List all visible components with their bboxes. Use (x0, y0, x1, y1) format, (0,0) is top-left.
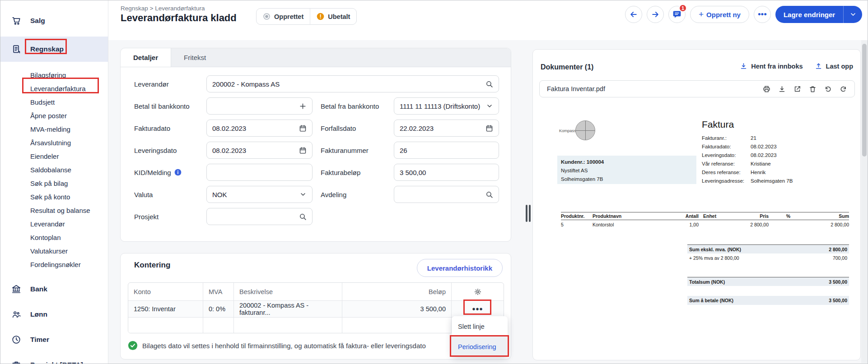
kontering-empty-row[interactable] (128, 318, 504, 333)
forward-button[interactable] (647, 6, 664, 23)
rotate-right-icon[interactable] (840, 85, 847, 93)
delete-icon[interactable] (809, 85, 817, 93)
print-icon[interactable] (763, 85, 770, 93)
download-icon[interactable] (778, 85, 786, 93)
sidebar-item-lonn[interactable]: Lønn (0, 302, 108, 327)
invoice-meta-row: Fakturadato:08.02.2023 (702, 142, 793, 151)
cell-beskrivelse[interactable]: 200002 - Kompass AS - fakturanr... (234, 301, 342, 317)
menu-item-slett-linje[interactable]: Slett linje (452, 316, 508, 336)
back-button[interactable] (625, 6, 642, 23)
more-options-button[interactable]: ••• (754, 6, 771, 23)
form-row: Leveringsdato08.02.2023Fakturanummer26 (134, 142, 497, 159)
kontering-title: Kontering (134, 261, 170, 270)
cell-belop[interactable]: 3 500,00 (342, 301, 452, 317)
empty-cell[interactable] (203, 318, 234, 333)
save-changes-button[interactable]: Lagre endringer (775, 6, 862, 23)
valuta-input[interactable]: NOK (206, 186, 313, 203)
sidebar-subitem-kontoplan[interactable]: Kontoplan (0, 230, 108, 244)
plus-icon: + (699, 9, 704, 19)
sidebar-subitem-eiendeler[interactable]: Eiendeler (0, 149, 108, 163)
sidebar-item-prosjekt[interactable]: Prosjekt [BETA] (0, 352, 108, 364)
invoice-meta-row: Fakturanr.:21 (702, 134, 793, 142)
document-file-row[interactable]: Faktura Inventar.pdf (539, 80, 855, 97)
open-external-icon[interactable] (793, 85, 801, 93)
sidebar-item-salg[interactable]: Salg (0, 11, 108, 30)
comments-button[interactable]: 1 (668, 6, 686, 23)
save-dropdown-toggle[interactable] (843, 6, 862, 23)
betal-fra-bankkonto-input[interactable]: 1111 11 11113 (Driftskonto) (394, 97, 499, 115)
panel-splitter-handle[interactable] (526, 205, 531, 222)
scrollbar-thumb[interactable] (862, 44, 867, 157)
empty-cell[interactable] (342, 318, 452, 333)
kid-melding-input[interactable] (206, 164, 313, 181)
cell-actions: ••• (452, 301, 504, 317)
gear-icon[interactable] (474, 288, 482, 296)
total-label: Sum å betale (NOK) (689, 298, 733, 303)
input-value: 08.02.2023 (212, 124, 299, 132)
prosjekt-input[interactable] (206, 208, 313, 225)
forfallsdato-input[interactable]: 22.02.2023 (394, 120, 499, 137)
field-label: Fakturanummer (321, 147, 394, 154)
fetch-from-inbox-link[interactable]: Hent fra innboks (740, 62, 803, 70)
sidebar-subitem-mva-melding[interactable]: MVA-melding (0, 122, 108, 136)
cell-konto[interactable]: 1250: Inventar (128, 301, 203, 317)
sidebar-item-timer[interactable]: Timer (0, 327, 108, 352)
leveringsdato-input[interactable]: 08.02.2023 (206, 142, 313, 159)
tab-detaljer[interactable]: Detaljer (121, 48, 171, 67)
upload-link[interactable]: Last opp (815, 62, 853, 70)
field-label: Betal fra bankkonto (321, 102, 394, 110)
invoice-item-cell: 1,00 (667, 222, 699, 227)
tab-fritekst[interactable]: Fritekst (171, 48, 219, 67)
page-scrollbar[interactable] (861, 40, 868, 363)
status-badge-ubetalt: Ubetalt (310, 9, 356, 24)
create-new-button[interactable]: + Opprett ny (690, 6, 749, 23)
row-menu-button[interactable]: ••• (472, 307, 483, 311)
sidebar-subitem-fordelingsn-kler[interactable]: Fordelingsnøkler (0, 258, 108, 271)
download-tray-icon (740, 62, 747, 70)
field-label-text: KID/Melding (134, 169, 171, 176)
menu-item-periodisering[interactable]: Periodisering (452, 336, 508, 357)
sidebar-item-regnskap[interactable]: Regnskap (0, 37, 108, 62)
sidebar-subitem-leverand-r[interactable]: Leverandør (0, 217, 108, 230)
column-header-mva: MVA (203, 283, 234, 300)
fakturadato-input[interactable]: 08.02.2023 (206, 120, 313, 137)
fakturanummer-input[interactable]: 26 (394, 142, 499, 159)
input-value: 08.02.2023 (212, 147, 299, 154)
fakturabel-p-input[interactable]: 3 500,00 (394, 164, 499, 181)
status-badge-opprettet: Opprettet (257, 9, 310, 24)
sidebar-subitem-resultat-og-balanse[interactable]: Resultat og balanse (0, 203, 108, 217)
search-icon[interactable] (485, 191, 493, 198)
sidebar-subitem--rsavslutning[interactable]: Årsavslutning (0, 136, 108, 149)
empty-cell[interactable] (234, 318, 342, 333)
people-icon (11, 309, 21, 319)
invoice-preview[interactable]: Kompass AS Faktura Fakturanr.:21Fakturad… (539, 105, 855, 357)
sidebar-subitem-bilagsf-ring[interactable]: Bilagsføring (0, 68, 108, 82)
calendar-icon (485, 124, 493, 132)
cell-mva[interactable]: 0: 0% (203, 301, 234, 317)
sidebar-subitem-budsjett[interactable]: Budsjett (0, 95, 108, 109)
sidebar-subitem-saldobalanse[interactable]: Saldobalanse (0, 163, 108, 176)
betal-til-bankkonto-input[interactable] (206, 97, 313, 115)
sidebar-subitem--pne-poster[interactable]: Åpne poster (0, 109, 108, 122)
leverand-r-input[interactable]: 200002 - Kompass AS (206, 75, 499, 92)
sidebar-subitem-leverand-rfaktura[interactable]: Leverandørfaktura (0, 82, 108, 95)
sidebar-subitem-s-k-p-konto[interactable]: Søk på konto (0, 190, 108, 203)
invoice-items-header: Produktnr.ProduktnavnAntallEnhetPris%Sum (561, 212, 849, 220)
sidebar-subitem-s-k-p-bilag[interactable]: Søk på bilag (0, 176, 108, 190)
total-label: Sum ekskl. mva. (NOK) (689, 247, 741, 252)
kontering-row[interactable]: 1250: Inventar0: 0%200002 - Kompass AS -… (128, 301, 504, 318)
invoice-col-1: Produktnavn (593, 213, 667, 219)
field-label-text: Valuta (134, 191, 153, 198)
invoice-meta-value: 21 (751, 135, 756, 141)
avdeling-input[interactable] (394, 186, 499, 203)
search-icon[interactable] (485, 80, 493, 88)
breadcrumb[interactable]: Regnskap > Leverandørfaktura (121, 5, 205, 12)
briefcase-icon (11, 360, 21, 364)
empty-cell[interactable] (128, 318, 203, 333)
sidebar-item-bank[interactable]: Bank (0, 276, 108, 302)
supplier-history-button[interactable]: Leverandørhistorikk (417, 259, 503, 277)
sidebar-subitem-valutakurser[interactable]: Valutakurser (0, 244, 108, 258)
rotate-left-icon[interactable] (824, 85, 832, 93)
invoice-meta-value: 08.02.2023 (751, 144, 777, 149)
search-icon[interactable] (299, 213, 307, 221)
